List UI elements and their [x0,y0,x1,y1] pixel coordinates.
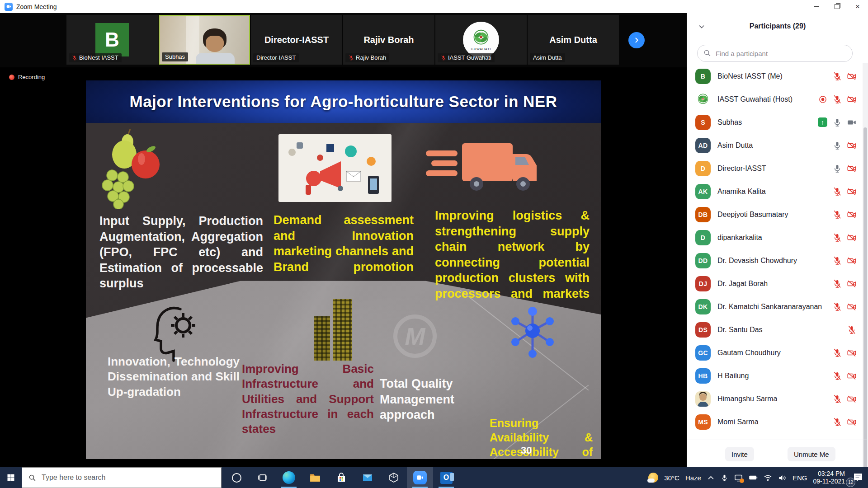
start-button[interactable] [0,467,22,488]
buildings-image [311,299,359,361]
battery-icon[interactable] [749,473,758,482]
video-off-icon [847,72,856,81]
participant-name: Dr. Devasish Chowdhury [717,257,833,265]
window-title: Zoom Meeting [16,3,57,10]
close-icon: × [855,3,860,10]
invite-button[interactable]: Invite [725,447,754,461]
video-tile-subhas[interactable]: Subhas [159,15,250,65]
participant-name: Gautam Choudhury [717,349,833,357]
participant-row[interactable]: AD Asim Dutta [687,134,863,157]
slide-body: M Input Supply, Production Augmentation, [86,123,601,459]
video-off-icon [847,418,856,427]
mic-muted-icon [833,95,842,104]
mic-on-icon [833,164,842,173]
wifi-icon[interactable] [764,474,772,482]
windows-logo-icon [7,474,15,482]
taskbar-mail-button[interactable] [354,467,381,488]
find-participant-input[interactable] [697,45,853,62]
taskbar-edge-button[interactable] [276,467,302,488]
taskbar-3d-viewer-button[interactable] [381,467,407,488]
weather-temp[interactable]: 30°C [664,474,679,482]
screen-share-icon: ↑ [818,117,827,127]
participant-row[interactable]: DJ Dr. Jagat Borah [687,272,863,295]
chevron-up-icon[interactable] [707,474,715,482]
video-tile-iasst[interactable]: GUWAHATI IASST Guwahati [435,15,527,65]
taskbar-clock[interactable]: 03:24 PM 09-11-2021 [813,470,845,485]
notification-center-button[interactable]: 12 [853,472,863,483]
participant-row[interactable]: D Director-IASST [687,157,863,180]
mic-muted-icon [441,55,446,61]
volume-icon[interactable] [778,474,787,482]
mic-muted-icon [833,233,842,242]
video-tile-asim[interactable]: Asim Dutta Asim Dutta [528,15,619,65]
slide-title-banner: Major Interventions for Agro-horticultur… [86,80,601,123]
avatar [695,92,711,107]
tile-name-label: BioNest IASST [69,53,122,62]
participant-row[interactable]: AK Anamika Kalita [687,180,863,203]
tile-name-label: Subhas [162,52,188,61]
cast-active-dot [740,479,744,483]
mic-muted-icon [833,302,842,311]
avatar: DK [695,299,711,314]
zoom-app-icon [5,3,13,11]
participant-row[interactable]: B BioNest IASST (Me) [687,65,863,88]
iasst-logo-icon [696,93,710,106]
close-button[interactable]: × [847,0,868,13]
marketing-collage-image [278,134,392,202]
minimize-icon [814,6,819,7]
mic-muted-icon [847,325,856,334]
minimize-button[interactable] [806,0,826,13]
mic-muted-icon [833,279,842,288]
tray-cast-icon[interactable] [734,474,743,482]
slide-block-infrastructure: Improving Basic Infrastructure and Utili… [242,361,374,452]
taskbar-search[interactable]: Type here to search [22,467,222,488]
scrollbar-thumb[interactable] [863,127,867,488]
taskbar-file-explorer-button[interactable] [302,467,328,488]
scrollbar-track[interactable] [863,63,868,467]
video-tile-director[interactable]: Director-IASST Director-IASST [251,15,342,65]
participant-row[interactable]: S Subhas ↑ [687,111,863,134]
video-tile-bionest[interactable]: B BioNest IASST [66,15,158,65]
video-tile-rajiv[interactable]: Rajiv Borah Rajiv Borah [343,15,434,65]
tray-mic-icon[interactable] [721,474,728,482]
maximize-icon [835,4,840,9]
innovation-head-gear-icon [147,303,201,362]
avatar [695,391,711,407]
iasst-logo-icon [471,29,491,47]
weather-condition[interactable]: Haze [685,474,701,482]
unmute-me-button[interactable]: Unmute Me [788,447,835,461]
mic-muted-icon [833,371,842,380]
maximize-button[interactable] [826,0,847,13]
mic-muted-icon [833,348,842,357]
participant-row[interactable]: D dipankarkalita [687,226,863,249]
taskbar-outlook-button[interactable]: O [433,467,459,488]
video-off-icon [847,233,856,242]
slide-block-funds: Ensuring Availability & Accessibility of… [490,416,593,459]
avatar: D [695,230,711,245]
taskbar-zoom-button[interactable] [407,467,433,488]
mic-muted-icon [833,256,842,265]
taskbar-store-button[interactable] [328,467,354,488]
participant-row[interactable]: IASST Guwahati (Host) [687,88,863,111]
next-page-button[interactable]: › [628,32,645,48]
participant-row[interactable]: DB Deepjyoti Basumatary [687,203,863,226]
taskbar-taskview-button[interactable] [250,467,276,488]
microsoft-store-icon [336,472,347,483]
clock-date: 09-11-2021 [813,478,845,485]
weather-icon[interactable] [648,473,658,483]
recording-dot-icon [9,75,14,80]
participant-row[interactable]: DD Dr. Devasish Chowdhury [687,249,863,272]
participant-row[interactable]: Himangshu Sarma [687,387,863,410]
taskbar-cortana-button[interactable] [223,467,250,488]
video-off-icon [847,164,856,173]
language-indicator[interactable]: ENG [793,474,807,482]
participant-row[interactable]: GC Gautam Choudhury [687,341,863,364]
participant-row[interactable]: MS Momi Sarma [687,410,863,433]
avatar: AK [695,184,711,199]
participant-video-face [206,36,224,52]
participant-row[interactable]: DS Dr. Santu Das [687,318,863,341]
participant-row[interactable]: HB H Bailung [687,364,863,387]
mic-muted-icon [349,55,354,61]
video-off-icon [847,187,856,196]
participant-row[interactable]: DK Dr. Kamatchi Sankaranarayanan [687,295,863,318]
